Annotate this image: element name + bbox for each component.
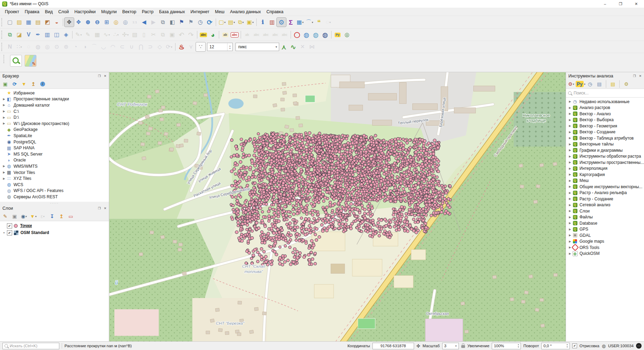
search-layers-plugin[interactable]: ◎: [342, 30, 352, 39]
select-by-rectangle[interactable]: ▢▾: [217, 18, 227, 27]
expand-arrow-icon[interactable]: ▶: [2, 116, 6, 119]
change-label-properties[interactable]: abc: [280, 30, 289, 39]
magnifier-down-icon[interactable]: ▾: [518, 346, 519, 348]
style-manager[interactable]: ◒: [52, 18, 61, 27]
toolbox-tree-item[interactable]: ▶QФайлы: [566, 214, 644, 220]
layers-remove[interactable]: ▭: [67, 212, 75, 220]
python-console[interactable]: Py: [333, 30, 342, 39]
ellipse-center-2points[interactable]: ⊚: [61, 42, 71, 51]
toolbox-tree-item[interactable]: ▶QРастр - Анализ рельефа: [566, 190, 644, 196]
expand-arrow-icon[interactable]: ▶: [2, 171, 6, 174]
expand-arrow-icon[interactable]: ▶: [568, 149, 572, 152]
rectangle-extent[interactable]: ◡: [99, 42, 108, 51]
dropdown-caret-icon[interactable]: ▾: [584, 83, 585, 86]
toolbox-tree-item[interactable]: ▶Google maps: [566, 239, 644, 245]
paste-features[interactable]: ▣: [168, 30, 177, 39]
layers-filter-expression[interactable]: ε▾: [38, 212, 47, 220]
menu-12[interactable]: Анализ данных: [227, 8, 264, 15]
expand-arrow-icon[interactable]: ▶: [568, 106, 572, 109]
expand-arrow-icon[interactable]: ▶: [568, 131, 572, 134]
add-geopackage-layer[interactable]: ◪: [15, 30, 24, 39]
expand-arrow-icon[interactable]: ▶: [568, 216, 572, 219]
undo[interactable]: ↶: [177, 30, 186, 39]
expand-arrow-icon[interactable]: ▶: [568, 167, 572, 170]
toggle-editing[interactable]: ✎: [83, 30, 93, 39]
add-spatial-bookmark[interactable]: ⚑: [177, 18, 186, 27]
toolbox-tree-item[interactable]: ▶QИнструменты обработки растра: [566, 153, 644, 160]
browser-refresh[interactable]: ⟳: [10, 80, 19, 88]
add-point-feature[interactable]: ∴▾: [111, 30, 121, 39]
dropdown-caret-icon[interactable]: ▾: [171, 45, 172, 49]
browser-close-icon[interactable]: ✕: [104, 74, 106, 78]
deselect-all[interactable]: ⧉▾: [236, 18, 246, 27]
toolbox-tree-item[interactable]: ▶QМеш: [566, 178, 644, 184]
search-radius-spin[interactable]: 12▴▾: [207, 43, 233, 51]
move-label[interactable]: ab: [242, 30, 252, 39]
expand-arrow-icon[interactable]: ▶: [568, 173, 572, 176]
toolbox-tree-item[interactable]: ▶QВектор - Таблица атрибутов: [566, 135, 644, 141]
expand-arrow-icon[interactable]: ▶: [568, 161, 572, 164]
map-svg[interactable]: СНТ РодничокТёплый переулокБерёзовая ули…: [109, 72, 566, 341]
new-virtual-layer[interactable]: ▥: [43, 30, 52, 39]
rotation-up-icon[interactable]: ▴: [567, 343, 568, 346]
crs-globe-icon[interactable]: ◍: [602, 343, 606, 349]
scale-caret-icon[interactable]: ▾: [455, 344, 457, 348]
expand-arrow-icon[interactable]: ▶: [568, 222, 572, 225]
show-statistics[interactable]: Σ: [286, 18, 295, 27]
dropdown-caret-icon[interactable]: ▾: [109, 33, 110, 36]
ellipse-center-point[interactable]: ◔: [71, 42, 80, 51]
toolbox-tree-item[interactable]: ▶QОбщие инструменты векторны...: [566, 184, 644, 190]
browser-tree-item[interactable]: ◍Серверы ArcGIS REST: [0, 194, 109, 200]
digitize-segment[interactable]: ∿▾: [102, 30, 111, 39]
circle-2points[interactable]: ◌: [24, 42, 33, 51]
self-snapping[interactable]: ∵: [196, 42, 206, 52]
regular-polygon-center-corner[interactable]: ⊃: [146, 42, 155, 51]
map-tips[interactable]: ❝: [314, 18, 324, 27]
new-shapefile-layer[interactable]: V: [24, 30, 33, 39]
browser-float-icon[interactable]: ❐: [98, 74, 101, 78]
open-attribute-table[interactable]: ▦▾: [295, 18, 305, 27]
toolbox-tree-item[interactable]: ▶QКартография: [566, 172, 644, 178]
scale-combobox[interactable]: 3 ▾: [442, 343, 459, 349]
ellipse-foci[interactable]: ⌒: [89, 42, 99, 51]
add-vector-layer[interactable]: ⧉: [5, 30, 15, 39]
dropdown-caret-icon[interactable]: ▾: [234, 21, 235, 24]
toolbox-tree-item[interactable]: ▶QСлои: [566, 208, 644, 214]
trim-extend[interactable]: ✕: [298, 42, 307, 51]
layer-checkbox[interactable]: ✔: [7, 230, 12, 235]
expand-arrow-icon[interactable]: ▶: [2, 98, 6, 101]
toolbox-tree-item[interactable]: ▶GGDAL: [566, 232, 644, 239]
copy-features[interactable]: ⧉: [158, 30, 168, 39]
dropdown-caret-icon[interactable]: ▾: [20, 45, 22, 49]
regular-polygon-center[interactable]: ∪: [127, 42, 136, 51]
menu-5[interactable]: Настройки: [71, 8, 98, 15]
toolbox-tree-item[interactable]: ▶QВектор - Выборка: [566, 117, 644, 123]
zoom-last[interactable]: ◀: [139, 18, 149, 27]
circle-3tangents[interactable]: ◎: [43, 42, 52, 51]
circle-center-point[interactable]: ⊙: [52, 42, 61, 51]
new-print-layout[interactable]: ▤: [33, 18, 43, 27]
quickosm-button[interactable]: [10, 55, 22, 67]
combo-caret-icon[interactable]: ▾: [275, 45, 277, 49]
mouse-extent-icon[interactable]: ✜: [417, 343, 420, 349]
menu-13[interactable]: Справка: [264, 8, 286, 15]
toolbox-tree-item[interactable]: ▶QГрафики и диаграммы: [566, 147, 644, 153]
toolbox-tree-item[interactable]: ▶QИнтерполяция: [566, 166, 644, 172]
menu-2[interactable]: Правка: [22, 8, 42, 15]
layer-diagram-options[interactable]: ◕: [208, 30, 217, 39]
processing-edit-in-place[interactable]: ▤: [609, 80, 617, 88]
browser-properties[interactable]: i: [38, 80, 47, 88]
expand-arrow-icon[interactable]: ▶: [568, 209, 572, 212]
highlight-pinned-labels[interactable]: abc: [230, 30, 239, 39]
pan-to-selection[interactable]: ✥: [74, 18, 83, 27]
save-project[interactable]: ▦: [24, 18, 33, 27]
browser-tree-item[interactable]: ◍WFS / OGC API - Features: [0, 188, 109, 194]
toolbox-tree-item[interactable]: ▶QАнализ растров: [566, 105, 644, 111]
new-spatialite-layer[interactable]: ✒: [33, 30, 43, 39]
refresh-map[interactable]: ⟳: [205, 18, 214, 27]
browser-tree-item[interactable]: ▦SAP HANA: [0, 145, 109, 151]
dropdown-caret-icon[interactable]: ▾: [224, 21, 226, 24]
rotate-feature[interactable]: ⟳▾: [164, 42, 174, 51]
new-map-view[interactable]: ⧉: [158, 18, 168, 27]
layer-item[interactable]: ▾✔OSM Standard: [0, 229, 109, 236]
